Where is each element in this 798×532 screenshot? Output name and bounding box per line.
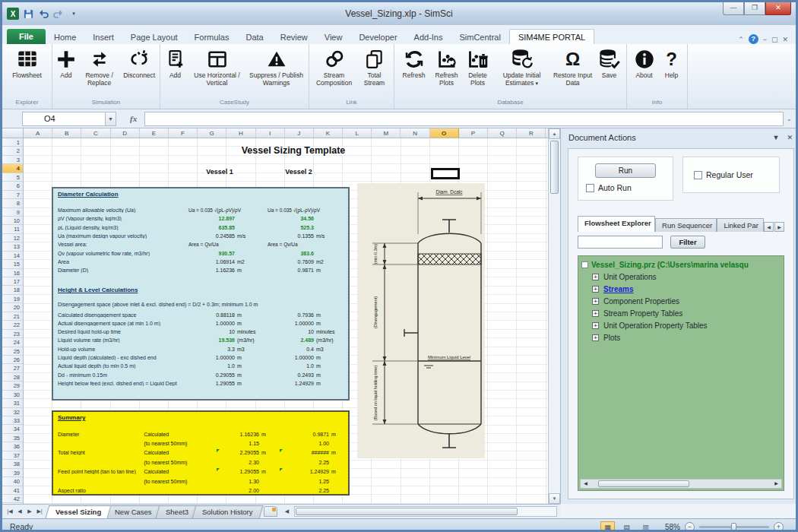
workbook-close-icon[interactable]: ✕ — [782, 36, 788, 43]
row-header-41[interactable]: 41 — [2, 486, 23, 495]
ribbon-tab-sim4me-portal[interactable]: SIM4ME PORTAL — [509, 29, 594, 44]
row-header-32[interactable]: 32 — [2, 408, 23, 416]
row-header-29[interactable]: 29 — [2, 382, 23, 390]
column-header-L[interactable]: L — [343, 128, 372, 138]
row-header-11[interactable]: 11 — [2, 225, 23, 233]
restore-input-data-button[interactable]: Ω Restore Input Data — [551, 46, 595, 87]
pane-tab-run-sequencer[interactable]: Run Sequencer — [655, 218, 717, 232]
zoom-level[interactable]: 58% — [657, 523, 680, 531]
scroll-up-icon[interactable]: ▲ — [549, 128, 560, 139]
stream-composition-button[interactable]: Stream Composition — [312, 46, 357, 87]
tree-horizontal-scrollbar[interactable]: ◀ ▶ — [580, 479, 782, 489]
add-casestudy-button[interactable]: Add — [162, 46, 189, 81]
select-all-corner[interactable] — [2, 128, 24, 138]
ribbon-tab-home[interactable]: Home — [46, 30, 84, 44]
row-header-15[interactable]: 15 — [2, 260, 23, 268]
expand-plus-icon[interactable]: + — [592, 274, 599, 280]
ribbon-tab-review[interactable]: Review — [272, 30, 316, 44]
row-header-39[interactable]: 39 — [2, 469, 23, 477]
tree-item-component-properties[interactable]: +Component Properties — [581, 295, 782, 307]
workbook-minimize-icon[interactable]: − — [763, 36, 767, 43]
column-header-M[interactable]: M — [372, 128, 401, 138]
row-header-28[interactable]: 28 — [2, 373, 23, 382]
page-layout-view-icon[interactable]: ▤ — [619, 521, 634, 532]
ribbon-tab-insert[interactable]: Insert — [84, 30, 122, 44]
page-break-view-icon[interactable]: ▥ — [638, 521, 653, 532]
first-sheet-icon[interactable]: |◀ — [5, 508, 14, 515]
total-stream-button[interactable]: Total Stream — [357, 46, 392, 87]
row-header-21[interactable]: 21 — [2, 312, 23, 321]
help-icon[interactable]: ? — [749, 34, 758, 44]
row-header-36[interactable]: 36 — [2, 442, 23, 451]
tree-item-plots[interactable]: +Plots — [581, 331, 782, 344]
row-header-24[interactable]: 24 — [2, 338, 23, 347]
undo-icon[interactable] — [37, 8, 49, 20]
maximize-button[interactable]: ❐ — [744, 2, 765, 15]
expand-plus-icon[interactable]: + — [592, 310, 599, 317]
close-button[interactable]: ✕ — [765, 2, 791, 15]
row-header-30[interactable]: 30 — [2, 391, 23, 399]
row-header-6[interactable]: 6 — [2, 182, 23, 190]
row-header-7[interactable]: 7 — [2, 191, 23, 199]
column-header-H[interactable]: H — [226, 128, 255, 138]
expand-plus-icon[interactable]: + — [592, 298, 599, 305]
zoom-out-icon[interactable]: − — [685, 522, 695, 532]
row-header-33[interactable]: 33 — [2, 416, 23, 425]
ribbon-tab-simcentral[interactable]: SimCentral — [451, 30, 508, 44]
vertical-scrollbar[interactable]: ▲ ▼ — [548, 128, 560, 504]
row-header-38[interactable]: 38 — [2, 460, 23, 468]
ribbon-tab-formulas[interactable]: Formulas — [186, 30, 238, 44]
filter-input[interactable] — [578, 236, 663, 249]
zoom-slider-thumb[interactable] — [731, 523, 736, 531]
column-header-N[interactable]: N — [401, 128, 429, 138]
last-sheet-icon[interactable]: ▶| — [35, 508, 44, 515]
ribbon-tab-view[interactable]: View — [316, 30, 351, 44]
column-header-P[interactable]: P — [459, 128, 488, 138]
column-header-K[interactable]: K — [314, 128, 343, 138]
ribbon-tab-developer[interactable]: Developer — [350, 30, 405, 44]
minimize-button[interactable]: — — [723, 2, 744, 15]
pane-tabs-left-icon[interactable]: ◀ — [764, 222, 774, 232]
row-header-40[interactable]: 40 — [2, 477, 23, 486]
fx-icon[interactable]: fx — [116, 114, 144, 123]
excel-app-icon[interactable]: X — [7, 8, 19, 20]
ribbon-collapse-icon[interactable]: ⌃ — [738, 36, 744, 43]
workbook-restore-icon[interactable]: ▢ — [771, 36, 778, 43]
delete-plots-button[interactable]: Delete Plots — [463, 46, 493, 87]
row-header-34[interactable]: 34 — [2, 425, 23, 433]
column-header-A[interactable]: A — [24, 128, 52, 138]
row-header-3[interactable]: 3 — [2, 156, 23, 164]
column-header-I[interactable]: I — [256, 128, 285, 138]
row-header-23[interactable]: 23 — [2, 330, 23, 338]
row-header-27[interactable]: 27 — [2, 364, 23, 372]
zoom-in-icon[interactable]: + — [774, 522, 784, 532]
row-header-2[interactable]: 2 — [2, 147, 23, 155]
qat-dropdown-icon[interactable]: ▾ — [68, 8, 80, 20]
row-header-35[interactable]: 35 — [2, 434, 23, 442]
redo-icon[interactable] — [52, 8, 65, 20]
row-header-8[interactable]: 8 — [2, 199, 23, 207]
column-header-J[interactable]: J — [285, 128, 314, 138]
run-button[interactable]: Run — [595, 163, 656, 178]
column-header-E[interactable]: E — [140, 128, 169, 138]
ribbon-tab-page-layout[interactable]: Page Layout — [122, 30, 186, 44]
sheet-tab-vessel-sizing[interactable]: Vessel Sizing — [46, 505, 112, 518]
tree-item-unit-operation-property-tables[interactable]: +Unit Operation Property Tables — [581, 319, 782, 331]
tree-root-checkbox[interactable] — [581, 261, 588, 268]
tree-root[interactable]: Vessel_Sizing.prz (C:\Users\marina velas… — [581, 259, 782, 271]
row-header-14[interactable]: 14 — [2, 252, 23, 260]
remove-replace-button[interactable]: Remove / Replace — [80, 46, 119, 87]
prev-sheet-icon[interactable]: ◀ — [15, 508, 24, 515]
row-header-1[interactable]: 1 — [2, 138, 23, 147]
add-simulation-button[interactable]: Add — [52, 46, 80, 81]
tree-item-unit-operations[interactable]: +Unit Operations — [581, 271, 782, 283]
flowsheet-button[interactable]: Flowsheet — [5, 46, 49, 81]
row-header-4[interactable]: 4 — [2, 164, 23, 173]
sheet-tab-new-cases[interactable]: New Cases — [105, 505, 162, 518]
row-header-19[interactable]: 19 — [2, 295, 23, 303]
tree-item-streams[interactable]: +Streams — [581, 283, 782, 295]
expand-plus-icon[interactable]: + — [592, 322, 599, 329]
insert-worksheet-icon[interactable] — [264, 506, 277, 517]
disconnect-button[interactable]: Disconnect — [119, 46, 160, 81]
expand-plus-icon[interactable]: + — [592, 334, 599, 341]
